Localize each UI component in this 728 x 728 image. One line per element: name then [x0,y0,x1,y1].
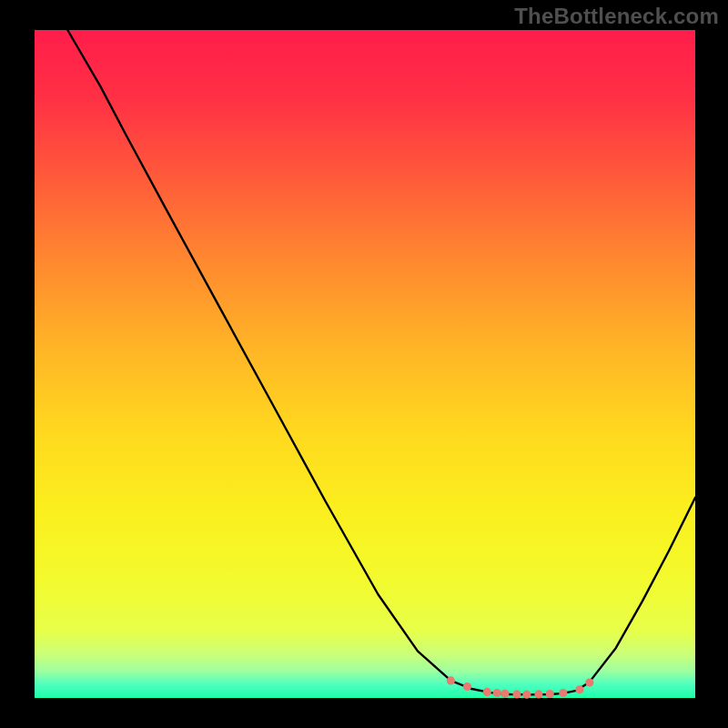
curve-marker [559,689,567,697]
curve-marker [463,682,471,691]
curve-marker [493,689,501,697]
curve-marker [575,685,583,693]
plot-background [35,30,695,698]
curve-marker [500,690,509,698]
attribution-label: TheBottleneck.com [514,4,719,29]
curve-marker [546,690,554,698]
curve-marker [447,676,455,684]
bottleneck-chart [0,0,728,728]
curve-marker [512,690,521,698]
curve-marker [585,679,593,687]
chart-frame: TheBottleneck.com [0,0,728,728]
curve-marker [483,688,491,696]
curve-marker [534,690,542,698]
curve-marker [522,691,531,699]
